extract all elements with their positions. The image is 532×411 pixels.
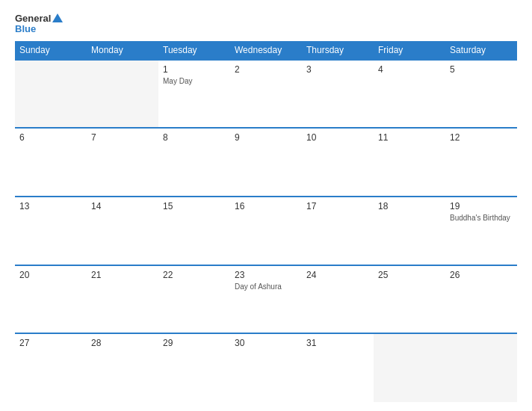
weekday-header-monday: Monday [87,41,158,60]
calendar-cell: 23Day of Ashura [230,265,302,334]
calendar-cell: 12 [445,128,517,197]
calendar-cell: 28 [87,333,158,402]
holiday-label: Day of Ashura [235,282,297,291]
day-number: 6 [19,132,82,143]
day-number: 24 [306,270,369,280]
calendar-cell: 26 [445,265,517,334]
calendar-body: 1May Day2345678910111213141516171819Budd… [15,60,517,402]
calendar-cell: 11 [374,128,445,197]
calendar-cell: 3 [302,60,374,129]
weekday-row: SundayMondayTuesdayWednesdayThursdayFrid… [15,41,517,60]
day-number: 31 [306,338,369,348]
logo-general-text: General [15,13,63,24]
week-row: 6789101112 [15,128,517,197]
day-number: 11 [378,132,441,143]
calendar-cell: 17 [302,197,374,265]
holiday-label: May Day [163,76,226,86]
day-number: 30 [235,338,297,348]
calendar-cell: 13 [15,197,87,265]
day-number: 29 [163,338,226,348]
day-number: 17 [306,201,369,211]
calendar-cell: 20 [15,265,87,334]
week-row: 2728293031 [15,333,517,402]
calendar-cell [445,333,517,402]
day-number: 22 [163,270,226,280]
calendar-cell: 4 [374,60,445,129]
day-number: 25 [378,270,441,280]
calendar-cell: 24 [302,265,374,334]
calendar-cell: 27 [15,333,87,402]
day-number: 4 [378,64,441,75]
logo-triangle-icon [52,13,63,22]
calendar-cell: 29 [158,333,230,402]
weekday-header-saturday: Saturday [445,41,517,60]
calendar-cell: 1May Day [158,60,230,129]
calendar-cell: 25 [374,265,445,334]
week-row: 13141516171819Buddha's Birthday [15,197,517,265]
calendar-cell: 5 [445,60,517,129]
day-number: 19 [450,201,513,211]
calendar-cell: 22 [158,265,230,334]
day-number: 13 [19,201,82,211]
calendar-cell: 2 [230,60,302,129]
day-number: 27 [19,338,82,348]
day-number: 23 [235,270,297,280]
calendar-cell: 18 [374,197,445,265]
calendar-header: SundayMondayTuesdayWednesdayThursdayFrid… [15,41,517,60]
calendar-cell: 6 [15,128,87,197]
calendar-cell: 10 [302,128,374,197]
week-row: 1May Day2345 [15,60,517,129]
logo: General Blue [15,13,63,34]
calendar-cell: 31 [302,333,374,402]
day-number: 18 [378,201,441,211]
logo-blue-text: Blue [15,24,63,34]
calendar-cell [15,60,87,129]
day-number: 9 [235,132,297,143]
weekday-header-tuesday: Tuesday [158,41,230,60]
day-number: 21 [91,270,154,280]
calendar-cell [87,60,158,129]
day-number: 10 [306,132,369,143]
day-number: 28 [91,338,154,348]
day-number: 3 [306,64,369,75]
week-row: 20212223Day of Ashura242526 [15,265,517,334]
calendar-page: General Blue SundayMondayTuesdayWednesda… [0,0,532,411]
calendar-cell: 21 [87,265,158,334]
calendar-cell: 8 [158,128,230,197]
calendar-cell [374,333,445,402]
day-number: 26 [450,270,513,280]
day-number: 20 [19,270,82,280]
day-number: 12 [450,132,513,143]
header: General Blue [15,13,517,34]
calendar: SundayMondayTuesdayWednesdayThursdayFrid… [15,41,517,402]
calendar-cell: 14 [87,197,158,265]
calendar-cell: 9 [230,128,302,197]
calendar-table: SundayMondayTuesdayWednesdayThursdayFrid… [15,41,517,402]
day-number: 7 [91,132,154,143]
holiday-label: Buddha's Birthday [450,213,513,223]
day-number: 8 [163,132,226,143]
day-number: 2 [235,64,297,75]
day-number: 16 [235,201,297,211]
day-number: 1 [163,64,226,75]
day-number: 14 [91,201,154,211]
day-number: 15 [163,201,226,211]
calendar-cell: 15 [158,197,230,265]
weekday-header-friday: Friday [374,41,445,60]
calendar-cell: 19Buddha's Birthday [445,197,517,265]
calendar-cell: 16 [230,197,302,265]
weekday-header-sunday: Sunday [15,41,87,60]
calendar-cell: 30 [230,333,302,402]
calendar-cell: 7 [87,128,158,197]
day-number: 5 [450,64,513,75]
weekday-header-wednesday: Wednesday [230,41,302,60]
weekday-header-thursday: Thursday [302,41,374,60]
